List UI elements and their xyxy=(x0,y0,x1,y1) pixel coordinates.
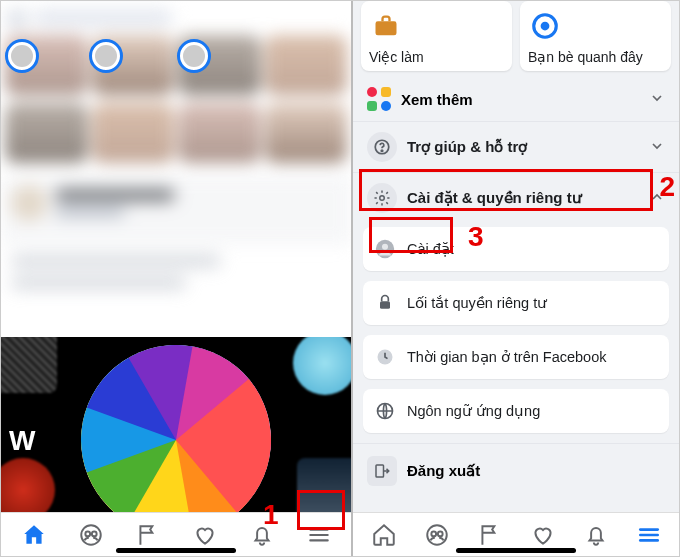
svg-point-20 xyxy=(437,531,442,536)
card-jobs[interactable]: Việc làm xyxy=(361,1,512,71)
tab-dating[interactable] xyxy=(192,522,218,548)
tab-groups[interactable] xyxy=(424,522,450,548)
gear-icon xyxy=(367,183,397,213)
avatar-icon xyxy=(373,237,397,261)
briefcase-icon xyxy=(369,9,403,43)
help-icon xyxy=(367,132,397,162)
dual-screenshot-container: W xyxy=(0,0,680,557)
svg-point-10 xyxy=(381,150,383,152)
see-more-icon xyxy=(367,87,391,111)
svg-point-2 xyxy=(91,531,96,536)
chevron-down-icon xyxy=(649,90,665,109)
see-more-row[interactable]: Xem thêm xyxy=(353,77,679,121)
svg-rect-14 xyxy=(380,301,390,309)
home-indicator xyxy=(116,548,236,553)
menu-list: Xem thêm Trợ giúp & hỗ trợ Cài đặt & q xyxy=(353,77,679,512)
tab-menu[interactable] xyxy=(306,522,332,548)
submenu-settings[interactable]: Cài đặt xyxy=(363,227,669,271)
tab-groups[interactable] xyxy=(78,522,104,548)
tab-home[interactable] xyxy=(371,522,397,548)
tab-notifications[interactable] xyxy=(583,522,609,548)
tab-home[interactable] xyxy=(21,522,47,548)
submenu-app-language[interactable]: Ngôn ngữ ứng dụng xyxy=(363,389,669,433)
submenu-time-on-facebook[interactable]: Thời gian bạn ở trên Facebook xyxy=(363,335,669,379)
menu-logout[interactable]: Đăng xuất xyxy=(353,443,679,498)
card-nearby-friends[interactable]: Bạn bè quanh đây xyxy=(520,1,671,71)
home-indicator xyxy=(456,548,576,553)
svg-point-0 xyxy=(81,525,101,545)
right-bottom-tabbar xyxy=(353,512,679,556)
news-feed[interactable]: W xyxy=(1,1,351,556)
right-phone-screen: Việc làm Bạn bè quanh đây Xem thêm xyxy=(353,1,679,556)
submenu-privacy-label: Lối tắt quyền riêng tư xyxy=(407,295,547,311)
svg-point-11 xyxy=(380,196,385,201)
svg-point-13 xyxy=(382,244,388,250)
menu-settings-privacy[interactable]: Cài đặt & quyền riêng tư xyxy=(353,172,679,223)
left-phone-screen: W xyxy=(1,1,353,556)
menu-help-support[interactable]: Trợ giúp & hỗ trợ xyxy=(353,121,679,172)
submenu-settings-label: Cài đặt xyxy=(407,241,454,257)
submenu-language-label: Ngôn ngữ ứng dụng xyxy=(407,403,540,419)
submenu-privacy-shortcuts[interactable]: Lối tắt quyền riêng tư xyxy=(363,281,669,325)
tab-notifications[interactable] xyxy=(249,522,275,548)
tab-menu[interactable] xyxy=(636,522,662,548)
clock-icon xyxy=(373,345,397,369)
svg-rect-17 xyxy=(376,465,384,477)
menu-logout-label: Đăng xuất xyxy=(407,462,480,480)
menu-shortcut-cards: Việc làm Bạn bè quanh đây xyxy=(353,1,679,79)
tab-pages[interactable] xyxy=(477,522,503,548)
svg-rect-6 xyxy=(376,21,397,35)
tab-dating[interactable] xyxy=(530,522,556,548)
see-more-label: Xem thêm xyxy=(401,91,473,108)
logout-icon xyxy=(367,456,397,486)
chevron-down-icon xyxy=(649,138,665,157)
language-icon xyxy=(373,399,397,423)
svg-point-19 xyxy=(431,531,436,536)
svg-point-8 xyxy=(541,22,550,31)
submenu-time-label: Thời gian bạn ở trên Facebook xyxy=(407,349,607,365)
chevron-up-icon xyxy=(649,189,665,208)
image-watermark: W xyxy=(9,425,35,457)
left-bottom-tabbar xyxy=(1,512,351,556)
lock-icon xyxy=(373,291,397,315)
tab-pages[interactable] xyxy=(135,522,161,548)
card-nearby-label: Bạn bè quanh đây xyxy=(528,49,663,65)
menu-settings-privacy-label: Cài đặt & quyền riêng tư xyxy=(407,189,582,207)
svg-point-18 xyxy=(427,525,447,545)
svg-point-1 xyxy=(85,531,90,536)
post-colorful-image[interactable]: W xyxy=(1,337,351,512)
menu-help-label: Trợ giúp & hỗ trợ xyxy=(407,138,527,156)
nearby-friends-icon xyxy=(528,9,562,43)
settings-privacy-submenu: Cài đặt Lối tắt quyền riêng tư Thời gian… xyxy=(353,223,679,443)
card-jobs-label: Việc làm xyxy=(369,49,504,65)
